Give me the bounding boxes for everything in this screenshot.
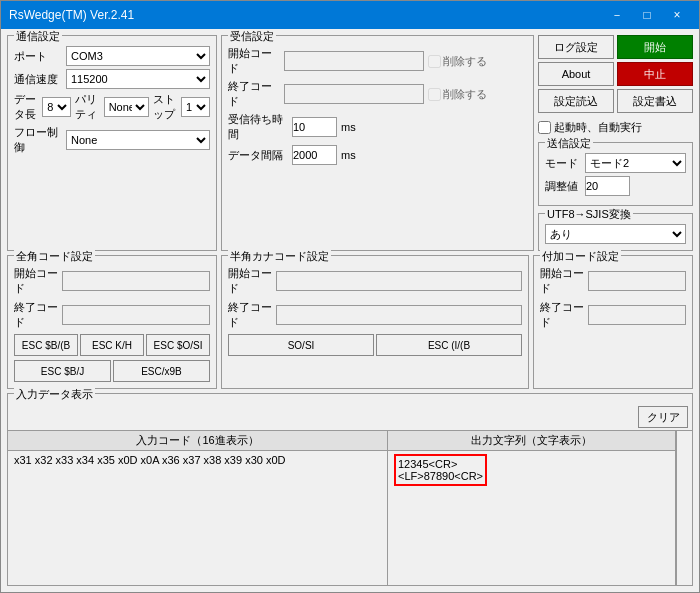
input-hex-value: x31 x32 x33 x34 x35 x0D x0A x36 x37 x38 … xyxy=(14,454,286,466)
send-settings-group: 送信設定 モード モード2 調整値 xyxy=(538,142,693,206)
utf-settings-label: UTF8→SJIS変換 xyxy=(545,207,633,222)
zen-btn-4[interactable]: ESC $B/J xyxy=(14,360,111,382)
fuka-end-row: 終了コード xyxy=(540,300,686,330)
input-display-group: 入力データ表示 クリア 入力コード（16進表示） x31 x32 x33 x34… xyxy=(7,393,693,586)
stop-label: ストップ xyxy=(153,92,177,122)
parity-label: パリティ xyxy=(75,92,99,122)
zen-code-group: 全角コード設定 開始コード 終了コード ESC $B/(B ESC K/H ES… xyxy=(7,255,217,389)
stop-select[interactable]: 1 xyxy=(181,97,210,117)
data-row: データ長 8 パリティ None ストップ 1 xyxy=(14,92,210,122)
han-start-row: 開始コード xyxy=(228,266,522,296)
interval-unit: ms xyxy=(341,149,356,161)
wait-label: 受信待ち時間 xyxy=(228,112,288,142)
delete1-label: 削除する xyxy=(428,54,487,69)
adj-input[interactable] xyxy=(585,176,630,196)
flow-row: フロー制御 None xyxy=(14,125,210,155)
output-col: 出力文字列（文字表示） 12345<CR><LF>87890<CR> xyxy=(388,431,676,585)
fuka-end-input[interactable] xyxy=(588,305,686,325)
zen-btn-3[interactable]: ESC $O/SI xyxy=(146,334,210,356)
interval-row: データ間隔 ms xyxy=(228,145,527,165)
delete2-checkbox[interactable] xyxy=(428,88,441,101)
send-settings-label: 送信設定 xyxy=(545,136,593,151)
fuka-start-row: 開始コード xyxy=(540,266,686,296)
start-code-label: 開始コード xyxy=(228,46,280,76)
about-button[interactable]: About xyxy=(538,62,614,86)
start-button[interactable]: 開始 xyxy=(617,35,693,59)
input-col-header: 入力コード（16進表示） xyxy=(8,431,387,451)
end-code-row: 終了コード 削除する xyxy=(228,79,527,109)
fuka-end-label: 終了コード xyxy=(540,300,584,330)
output-text-value: 12345<CR><LF>87890<CR> xyxy=(398,458,483,482)
port-select[interactable]: COM3 xyxy=(66,46,210,66)
flow-label: フロー制御 xyxy=(14,125,66,155)
read-settings-button[interactable]: 設定読込 xyxy=(538,89,614,113)
wait-input[interactable] xyxy=(292,117,337,137)
zen-btn-5[interactable]: ESC/x9B xyxy=(113,360,210,382)
autorun-checkbox[interactable] xyxy=(538,121,551,134)
zen-btn-row1: ESC $B/(B ESC K/H ESC $O/SI xyxy=(14,334,210,356)
input-display-header: クリア xyxy=(8,404,692,430)
wait-unit: ms xyxy=(341,121,356,133)
output-col-header: 出力文字列（文字表示） xyxy=(388,431,675,451)
right-panel: ログ設定 開始 About 中止 設定読込 設定書込 起動時、自動実行 送信設定… xyxy=(538,35,693,251)
output-col-content: 12345<CR><LF>87890<CR> xyxy=(388,451,675,585)
zen-btn-2[interactable]: ESC K/H xyxy=(80,334,144,356)
interval-input[interactable] xyxy=(292,145,337,165)
log-settings-button[interactable]: ログ設定 xyxy=(538,35,614,59)
scrollbar-area[interactable] xyxy=(676,431,692,585)
top-buttons: ログ設定 開始 About 中止 設定読込 設定書込 xyxy=(538,35,693,113)
mode-select[interactable]: モード2 xyxy=(585,153,686,173)
end-code-label: 終了コード xyxy=(228,79,280,109)
window-title: RsWedge(TM) Ver.2.41 xyxy=(9,8,134,22)
fuka-start-input[interactable] xyxy=(588,271,686,291)
mode-row: モード モード2 xyxy=(545,153,686,173)
zen-code-label: 全角コード設定 xyxy=(14,249,95,264)
fuka-start-label: 開始コード xyxy=(540,266,584,296)
zen-start-row: 開始コード xyxy=(14,266,210,296)
minimize-button[interactable]: － xyxy=(603,5,631,25)
han-end-row: 終了コード xyxy=(228,300,522,330)
main-content: 通信設定 ポート COM3 通信速度 115200 データ長 8 xyxy=(1,29,699,592)
han-btn-1[interactable]: SO/SI xyxy=(228,334,374,356)
han-end-input[interactable] xyxy=(276,305,522,325)
data-select[interactable]: 8 xyxy=(42,97,71,117)
mode-label: モード xyxy=(545,156,581,171)
delete1-checkbox[interactable] xyxy=(428,55,441,68)
zen-end-label: 終了コード xyxy=(14,300,58,330)
fuka-code-label: 付加コード設定 xyxy=(540,249,621,264)
zen-end-row: 終了コード xyxy=(14,300,210,330)
write-settings-button[interactable]: 設定書込 xyxy=(617,89,693,113)
close-button[interactable]: × xyxy=(663,5,691,25)
han-code-group: 半角カナコード設定 開始コード 終了コード SO/SI ESC (I/(B xyxy=(221,255,529,389)
parity-select[interactable]: None xyxy=(104,97,149,117)
han-btn-row: SO/SI ESC (I/(B xyxy=(228,334,522,356)
adj-label: 調整値 xyxy=(545,179,581,194)
autorun-label: 起動時、自動実行 xyxy=(554,120,642,135)
maximize-button[interactable]: □ xyxy=(633,5,661,25)
baud-select[interactable]: 115200 xyxy=(66,69,210,89)
baud-label: 通信速度 xyxy=(14,72,66,87)
middle-row: 全角コード設定 開始コード 終了コード ESC $B/(B ESC K/H ES… xyxy=(7,255,693,389)
flow-select[interactable]: None xyxy=(66,130,210,150)
stop-button[interactable]: 中止 xyxy=(617,62,693,86)
zen-btn-row2: ESC $B/J ESC/x9B xyxy=(14,360,210,382)
top-row: 通信設定 ポート COM3 通信速度 115200 データ長 8 xyxy=(7,35,693,251)
fuka-code-group: 付加コード設定 開始コード 終了コード xyxy=(533,255,693,389)
han-start-label: 開始コード xyxy=(228,266,272,296)
start-code-input[interactable] xyxy=(284,51,424,71)
clear-button[interactable]: クリア xyxy=(638,406,688,428)
output-highlight: 12345<CR><LF>87890<CR> xyxy=(394,454,487,486)
autorun-row: 起動時、自動実行 xyxy=(538,120,693,135)
end-code-input[interactable] xyxy=(284,84,424,104)
han-btn-2[interactable]: ESC (I/(B xyxy=(376,334,522,356)
han-start-input[interactable] xyxy=(276,271,522,291)
zen-end-input[interactable] xyxy=(62,305,210,325)
comm-settings-group: 通信設定 ポート COM3 通信速度 115200 データ長 8 xyxy=(7,35,217,251)
wait-row: 受信待ち時間 ms xyxy=(228,112,527,142)
comm-settings-label: 通信設定 xyxy=(14,29,62,44)
main-window: RsWedge(TM) Ver.2.41 － □ × 通信設定 ポート COM3… xyxy=(0,0,700,593)
zen-start-input[interactable] xyxy=(62,271,210,291)
data-label: データ長 xyxy=(14,92,38,122)
zen-btn-1[interactable]: ESC $B/(B xyxy=(14,334,78,356)
utf-select[interactable]: あり xyxy=(545,224,686,244)
